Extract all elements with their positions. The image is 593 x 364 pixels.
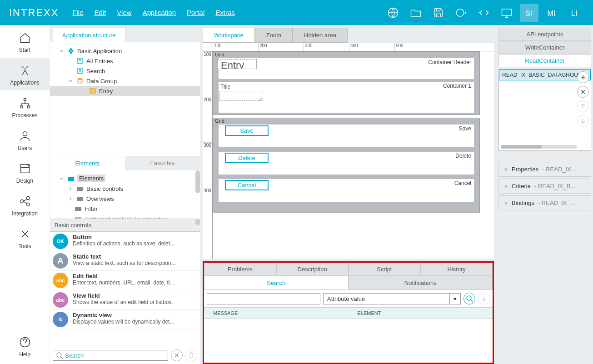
delete-label: Delete xyxy=(455,153,471,159)
element-static-text[interactable]: A Static textView a static text, such as… xyxy=(50,251,200,271)
folder-icon[interactable] xyxy=(407,4,425,22)
grid-container-1[interactable]: Grid Container Header Entry Title Contai… xyxy=(213,51,480,115)
code-icon[interactable] xyxy=(475,4,493,22)
tab-api-endpoints[interactable]: API endpoints xyxy=(498,28,591,41)
accordion-bindings[interactable]: Bindings - READ_IX_... xyxy=(498,195,591,210)
remove-button[interactable] xyxy=(577,86,589,98)
mi-icon[interactable]: MI xyxy=(543,4,561,22)
bottom-search-input[interactable] xyxy=(207,293,320,304)
accordion-properties[interactable]: Properties - READ_IX... xyxy=(498,162,591,177)
menu-view[interactable]: View xyxy=(117,9,131,16)
element-edit-field[interactable]: abc Edit fieldEnter text, numbers, URL, … xyxy=(50,271,200,290)
tab-notifications[interactable]: Notifications xyxy=(349,276,493,290)
menu-portal[interactable]: Portal xyxy=(187,9,204,16)
tab-elements[interactable]: Elements xyxy=(50,156,125,170)
chevron-down-icon xyxy=(58,48,65,54)
move-up-button[interactable] xyxy=(577,100,589,112)
nav-applications[interactable]: Applications xyxy=(0,58,50,90)
monitor-icon[interactable] xyxy=(498,4,516,22)
scrollbar[interactable] xyxy=(501,145,577,149)
nav-help[interactable]: Help xyxy=(0,329,50,362)
li-icon[interactable]: LI xyxy=(566,4,584,22)
folder-icon xyxy=(76,185,84,192)
menu-extras[interactable]: Extras xyxy=(215,9,235,16)
cat-basic-controls[interactable]: Basic controls xyxy=(50,184,200,194)
cat-additional-calendars[interactable]: Additional controls for calendars xyxy=(50,214,200,219)
menu-edit[interactable]: Edit xyxy=(95,9,106,16)
badge-icon: A xyxy=(53,253,68,269)
tab-workspace[interactable]: Workspace xyxy=(203,28,255,43)
tab-history[interactable]: History xyxy=(420,263,493,276)
elements-tabs: Elements Favorites xyxy=(50,156,200,170)
bottom-search-button[interactable] xyxy=(463,293,475,304)
nav-integration[interactable]: Integration xyxy=(0,189,50,221)
si-icon[interactable]: SI xyxy=(520,4,538,22)
workspace[interactable]: 100200300400500 100200300400 Grid Contai… xyxy=(203,43,494,259)
trash-icon xyxy=(188,352,195,359)
element-dynamic-view[interactable]: ↻ Dynamic viewDisplayed values will be d… xyxy=(50,310,200,329)
cat-filter[interactable]: Filter xyxy=(50,204,200,214)
tab-favorites[interactable]: Favorites xyxy=(125,156,200,170)
scrollbar[interactable] xyxy=(195,170,200,193)
tree-entry[interactable]: Entry xyxy=(50,86,200,96)
accordion-criteria[interactable]: Criteria - READ_IX_B... xyxy=(498,179,591,194)
element-view-field[interactable]: abc View fieldShows the value of an edit… xyxy=(50,290,200,310)
element-button[interactable]: OK ButtonDefinition of actions, such as … xyxy=(50,232,200,251)
tab-zoom[interactable]: Zoom xyxy=(255,28,293,43)
structure-column: Application structure Basic Application … xyxy=(50,25,200,364)
save-row[interactable]: Save Save xyxy=(219,125,474,147)
tab-hidden[interactable]: Hidden area xyxy=(293,28,348,43)
nav-users[interactable]: Users xyxy=(0,123,50,156)
globe-dropdown-icon[interactable] xyxy=(452,4,470,22)
nav-design[interactable]: Design xyxy=(0,156,50,189)
delete-button[interactable]: Delete xyxy=(225,153,269,163)
container-header-row[interactable]: Container Header xyxy=(219,58,474,79)
menu-file[interactable]: File xyxy=(72,9,83,16)
trash-button[interactable] xyxy=(185,349,197,361)
grid-container-2[interactable]: Grid Save Save Delete Delete Cancel Canc… xyxy=(213,118,480,213)
bottom-down-button[interactable] xyxy=(478,293,490,304)
tab-write-container[interactable]: WriteContainer xyxy=(498,41,591,54)
tab-app-structure[interactable]: Application structure xyxy=(53,28,125,42)
nav-processes[interactable]: Processes xyxy=(0,90,50,123)
tree-search[interactable]: Search xyxy=(50,66,200,76)
tab-read-container[interactable]: ReadContainer xyxy=(498,54,591,67)
tab-problems[interactable]: Problems xyxy=(204,263,276,276)
elements-search-box[interactable] xyxy=(53,350,168,361)
move-down-button[interactable] xyxy=(577,115,589,127)
attribute-select[interactable]: Attribute value ▾ xyxy=(323,293,461,304)
canvas-surface[interactable]: Grid Container Header Entry Title Contai… xyxy=(213,51,494,259)
nav-tools[interactable]: Tools xyxy=(0,221,50,254)
save-button[interactable]: Save xyxy=(225,125,269,136)
container-1-label: Container 1 xyxy=(443,83,471,89)
clear-search-button[interactable] xyxy=(171,349,183,361)
cat-overviews[interactable]: Overviews xyxy=(50,194,200,204)
add-button[interactable] xyxy=(577,71,589,83)
globe-icon[interactable] xyxy=(384,4,402,22)
scrollbar[interactable] xyxy=(195,219,200,225)
cancel-row[interactable]: Cancel Cancel xyxy=(219,179,474,202)
elements-search-input[interactable] xyxy=(65,352,165,359)
container-1-row[interactable]: Title Container 1 xyxy=(219,82,474,113)
arrow-up-icon xyxy=(579,103,587,110)
nav-start[interactable]: Start xyxy=(0,25,50,58)
entry-heading[interactable]: Entry xyxy=(218,59,257,69)
element-title: Static text xyxy=(73,253,197,260)
save-icon[interactable] xyxy=(429,4,448,22)
app-icon xyxy=(67,47,75,55)
tab-description[interactable]: Description xyxy=(276,263,349,276)
title-field[interactable] xyxy=(219,91,263,101)
tab-search[interactable]: Search xyxy=(204,276,349,290)
svg-point-20 xyxy=(57,353,61,357)
tree-all-entries[interactable]: All Entries xyxy=(50,56,200,66)
tree-label: Entry xyxy=(99,88,113,95)
elements-root[interactable]: Elements xyxy=(50,173,200,184)
cancel-button[interactable]: Cancel xyxy=(225,180,269,190)
tab-script[interactable]: Script xyxy=(349,263,421,276)
resize-handle-icon[interactable] xyxy=(259,97,263,100)
chevron-right-icon xyxy=(67,195,74,202)
tree-basic-application[interactable]: Basic Application xyxy=(50,46,200,56)
delete-row[interactable]: Delete Delete xyxy=(219,152,474,175)
menu-application[interactable]: Application xyxy=(143,9,176,16)
tree-data-group[interactable]: Data Group xyxy=(50,76,200,86)
